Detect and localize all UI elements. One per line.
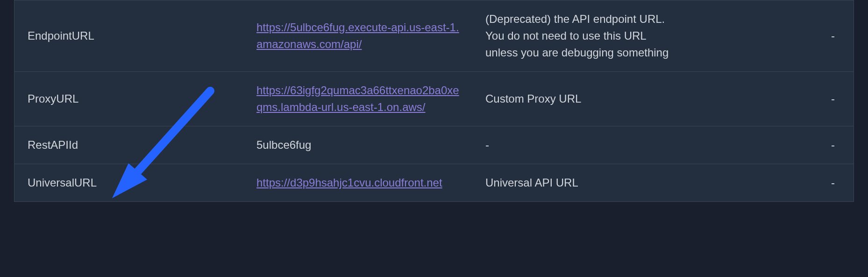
outputs-table: EndpointURLhttps://5ulbce6fug.execute-ap… — [14, 0, 854, 202]
output-export-name: - — [692, 0, 854, 72]
output-value-text: 5ulbce6fug — [256, 138, 311, 151]
output-description: Universal API URL — [472, 164, 692, 202]
table-row: RestAPIId5ulbce6fug-- — [14, 126, 854, 164]
output-value-link[interactable]: https://5ulbce6fug.execute-api.us-east-1… — [256, 21, 459, 50]
table: EndpointURLhttps://5ulbce6fug.execute-ap… — [14, 0, 854, 201]
output-value: 5ulbce6fug — [243, 126, 472, 164]
output-description: (Deprecated) the API endpoint URL. You d… — [472, 0, 692, 72]
table-row: EndpointURLhttps://5ulbce6fug.execute-ap… — [14, 0, 854, 72]
output-description: - — [472, 126, 692, 164]
output-value: https://5ulbce6fug.execute-api.us-east-1… — [243, 0, 472, 72]
output-key: UniversalURL — [14, 164, 243, 202]
output-value-link[interactable]: https://d3p9hsahjc1cvu.cloudfront.net — [256, 176, 442, 189]
output-export-name: - — [692, 164, 854, 202]
output-key: ProxyURL — [14, 72, 243, 126]
output-export-name: - — [692, 126, 854, 164]
table-row: UniversalURLhttps://d3p9hsahjc1cvu.cloud… — [14, 164, 854, 202]
output-value: https://d3p9hsahjc1cvu.cloudfront.net — [243, 164, 472, 202]
output-value-link[interactable]: https://63igfg2qumac3a66ttxenao2ba0xeqms… — [256, 84, 459, 113]
output-value: https://63igfg2qumac3a66ttxenao2ba0xeqms… — [243, 72, 472, 126]
output-export-name: - — [692, 72, 854, 126]
output-key: RestAPIId — [14, 126, 243, 164]
table-row: ProxyURLhttps://63igfg2qumac3a66ttxenao2… — [14, 72, 854, 126]
output-key: EndpointURL — [14, 0, 243, 72]
output-description: Custom Proxy URL — [472, 72, 692, 126]
